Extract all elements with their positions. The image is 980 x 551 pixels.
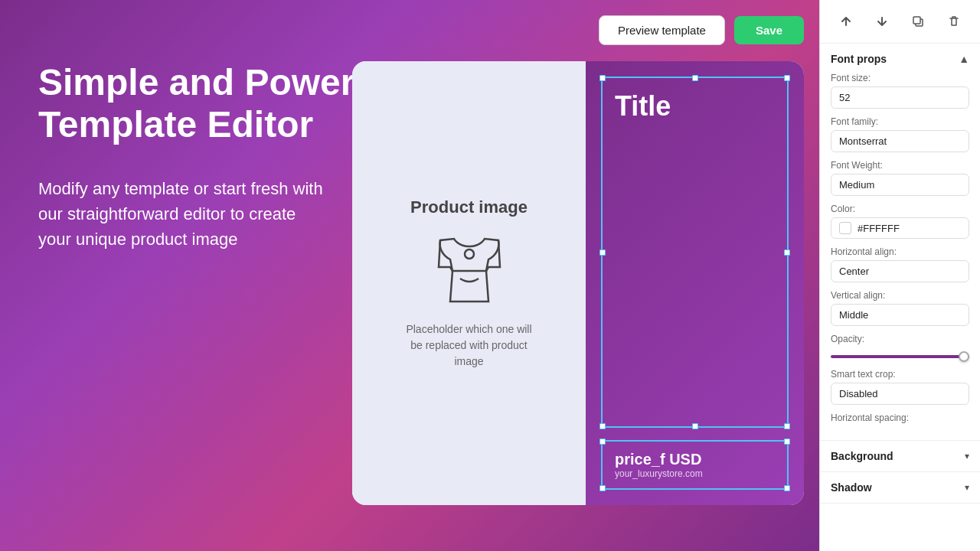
h-spacing-label: Horizontal spacing: xyxy=(831,412,969,423)
resize-handle-br[interactable] xyxy=(784,423,790,429)
font-props-collapse[interactable]: ▲ xyxy=(959,53,969,65)
v-align-input[interactable] xyxy=(831,304,969,326)
shadow-chevron: ▾ xyxy=(965,482,969,493)
resize-handle-bl[interactable] xyxy=(599,423,606,429)
font-family-input[interactable] xyxy=(831,130,969,152)
v-align-row: Vertical align: xyxy=(831,290,969,326)
font-size-row: Font size: xyxy=(831,73,969,109)
main-canvas: Preview template Save Simple and Powerfu… xyxy=(0,0,819,551)
background-label: Background xyxy=(831,450,893,462)
shadow-label: Shadow xyxy=(831,481,872,494)
right-panel: Font props ▲ Font size: Font family: Fon… xyxy=(819,0,980,551)
hero-title: Simple and Powerful Template Editor xyxy=(38,61,406,145)
resize-handle-tr[interactable] xyxy=(784,75,790,81)
product-image-label: Product image xyxy=(410,197,528,217)
font-family-label: Font family: xyxy=(831,116,969,127)
background-section[interactable]: Background ▾ xyxy=(820,441,980,472)
resize-handle-tm[interactable] xyxy=(692,75,698,81)
resize-handle-bm[interactable] xyxy=(692,423,698,429)
v-align-label: Vertical align: xyxy=(831,290,969,301)
delete-button[interactable] xyxy=(943,11,965,32)
color-row: Color: #FFFFFF xyxy=(831,204,969,239)
font-size-input[interactable] xyxy=(831,86,969,109)
font-weight-input[interactable] xyxy=(831,174,969,196)
move-up-button[interactable] xyxy=(835,11,857,32)
price-handle-tl[interactable] xyxy=(599,439,606,445)
panel-toolbar xyxy=(820,0,980,44)
card-left: Product image Placeholder which one will… xyxy=(352,61,586,505)
shadow-section[interactable]: Shadow ▾ xyxy=(820,472,980,504)
color-swatch xyxy=(839,222,851,234)
opacity-label: Opacity: xyxy=(831,334,969,344)
placeholder-text: Placeholder which one will be replaced w… xyxy=(400,321,538,370)
header-bar: Preview template Save xyxy=(599,0,819,60)
hero-subtitle: Modify any template or start fresh with … xyxy=(38,176,329,252)
color-hex-value: #FFFFFF xyxy=(858,223,900,234)
preview-template-button[interactable]: Preview template xyxy=(599,15,725,45)
font-props-header: Font props ▲ xyxy=(831,53,969,65)
h-align-label: Horizontal align: xyxy=(831,246,969,257)
opacity-slider[interactable] xyxy=(831,355,969,358)
background-chevron: ▾ xyxy=(965,451,969,461)
template-card: Product image Placeholder which one will… xyxy=(352,61,804,505)
resize-handle-ml[interactable] xyxy=(599,249,606,256)
svg-point-0 xyxy=(465,249,474,259)
price-text: price_f USD xyxy=(615,451,775,468)
price-handle-bl[interactable] xyxy=(599,485,606,491)
color-label: Color: xyxy=(831,204,969,214)
smart-crop-row: Smart text crop: xyxy=(831,369,969,405)
price-element[interactable]: price_f USD your_luxurystore.com xyxy=(601,440,789,490)
smart-crop-label: Smart text crop: xyxy=(831,369,969,380)
save-button[interactable]: Save xyxy=(734,16,804,44)
price-handle-br[interactable] xyxy=(784,485,790,491)
resize-handle-mr[interactable] xyxy=(784,249,790,256)
h-align-row: Horizontal align: xyxy=(831,246,969,282)
font-size-label: Font size: xyxy=(831,73,969,83)
font-weight-row: Font Weight: xyxy=(831,160,969,196)
h-spacing-row: Horizontal spacing: xyxy=(831,412,969,423)
title-text: Title xyxy=(615,90,775,122)
font-weight-label: Font Weight: xyxy=(831,160,969,171)
font-props-section: Font props ▲ Font size: Font family: Fon… xyxy=(820,44,980,441)
opacity-row: Opacity: xyxy=(831,334,969,361)
duplicate-button[interactable] xyxy=(907,11,929,32)
hoodie-icon xyxy=(431,233,508,309)
title-element[interactable]: Title xyxy=(601,77,789,428)
card-right: Title price_f USD your_luxurystore.com xyxy=(586,61,804,505)
resize-handle-tl[interactable] xyxy=(599,75,606,81)
color-picker[interactable]: #FFFFFF xyxy=(831,217,969,239)
smart-crop-input[interactable] xyxy=(831,383,969,405)
svg-rect-2 xyxy=(913,17,920,24)
store-text: your_luxurystore.com xyxy=(615,468,775,479)
font-props-title: Font props xyxy=(831,53,887,65)
font-family-row: Font family: xyxy=(831,116,969,152)
move-down-button[interactable] xyxy=(871,11,893,32)
h-align-input[interactable] xyxy=(831,260,969,282)
price-handle-tr[interactable] xyxy=(784,439,790,445)
